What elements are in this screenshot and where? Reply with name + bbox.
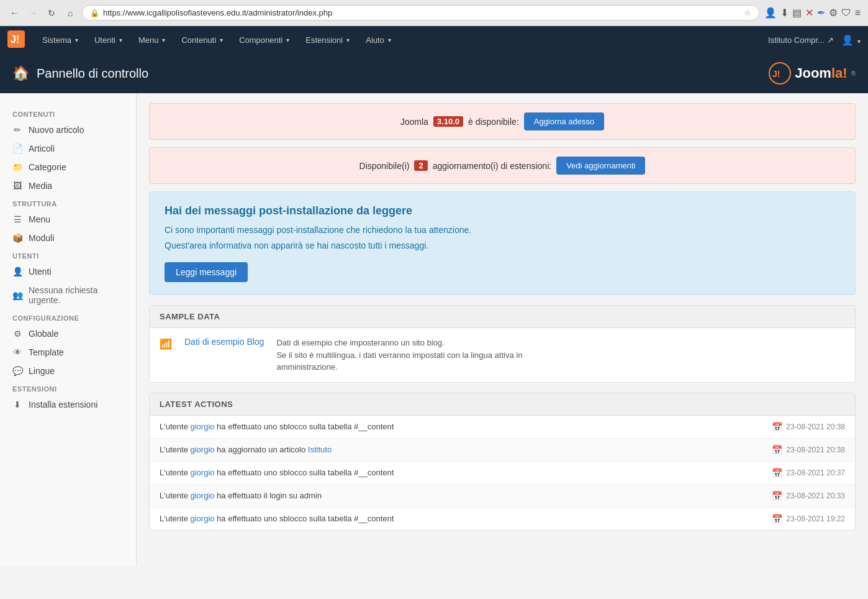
user-check-icon: 👥 [12, 290, 22, 300]
action-date-1: 23-08-2021 20:38 [786, 446, 845, 454]
sample-data-row-blog: 📶 Dati di esempio Blog Dati di esempio c… [150, 328, 855, 382]
sidebar-item-media[interactable]: 🖼 Media [0, 176, 136, 195]
sidebar-label-no-requests: Nessuna richiesta urgente. [29, 285, 124, 305]
action-user-link-1[interactable]: giorgio [190, 445, 214, 454]
sidebar-label-globale: Globale [29, 329, 58, 339]
action-text-1: L'utente giorgio ha aggiornato un artico… [160, 445, 332, 454]
action-date-3: 23-08-2021 20:33 [786, 492, 845, 500]
calendar-icon-4: 📅 [772, 514, 782, 524]
topnav-user-button[interactable]: 👤 ▾ [841, 34, 861, 46]
joomla-text: Joomla! [795, 65, 847, 81]
action-meta-1: 📅 23-08-2021 20:38 [772, 445, 845, 455]
action-row-2: L'utente giorgio ha effettuato uno sbloc… [150, 462, 855, 485]
sidebar-item-nuovo-articolo[interactable]: ✏ Nuovo articolo [0, 121, 136, 139]
joomla-logo[interactable]: J! [7, 30, 25, 50]
sidebar-item-template[interactable]: 👁 Template [0, 343, 136, 362]
sidebar-label-utenti: Utenti [29, 267, 52, 277]
topnav-estensioni[interactable]: Estensioni ▾ [298, 30, 357, 50]
calendar-icon-1: 📅 [772, 445, 782, 455]
main-layout: CONTENUTI ✏ Nuovo articolo 📄 Articoli 📁 … [0, 93, 868, 565]
download-icon[interactable]: ⬇ [780, 7, 789, 19]
sidebar-section-configurazione: CONFIGURAZIONE [0, 309, 136, 324]
alert-update-joomla: Joomla 3.10.0 è disponibile: Aggiorna ad… [149, 103, 856, 140]
action-date-4: 23-08-2021 19:22 [786, 514, 845, 523]
topnav-componenti[interactable]: Componenti ▾ [232, 30, 297, 50]
sample-data-blog-desc: Dati di esempio che imposteranno un sito… [276, 337, 522, 373]
alert-joomla-post: è disponibile: [468, 117, 519, 127]
home-button[interactable]: ⌂ [63, 6, 77, 20]
gear-icon: ⚙ [12, 329, 22, 339]
sample-data-desc-line3: amministrazione. [276, 362, 337, 372]
language-icon: 💬 [12, 366, 22, 376]
topnav-contenuti[interactable]: Contenuti ▾ [174, 30, 230, 50]
sidebar-icon[interactable]: ▤ [792, 7, 802, 19]
lock-icon: 🔒 [90, 9, 99, 17]
eyedropper-icon[interactable]: ✒ [817, 7, 825, 19]
action-row-1: L'utente giorgio ha aggiornato un artico… [150, 439, 855, 462]
sidebar-item-categorie[interactable]: 📁 Categorie [0, 158, 136, 176]
sample-data-content: 📶 Dati di esempio Blog Dati di esempio c… [150, 328, 855, 382]
back-button[interactable]: ← [7, 6, 21, 20]
action-user-link-3[interactable]: giorgio [190, 491, 214, 500]
sidebar-label-nuovo-articolo: Nuovo articolo [29, 125, 84, 135]
sidebar-item-utenti[interactable]: 👤 Utenti [0, 262, 136, 281]
shield-icon[interactable]: 🛡 [841, 7, 851, 19]
sidebar-label-lingue: Lingue [29, 366, 55, 376]
sidebar: CONTENUTI ✏ Nuovo articolo 📄 Articoli 📁 … [0, 93, 137, 565]
sidebar-label-installa: Installa estensioni [29, 400, 97, 409]
topnav-site-link[interactable]: Istituto Compr... ↗ [768, 35, 834, 45]
bookmark-icon[interactable]: ☆ [744, 8, 751, 17]
update-now-button[interactable]: Aggiorna adesso [524, 112, 605, 130]
action-user-link-4[interactable]: giorgio [190, 514, 214, 523]
alert-ext-count-badge: 2 [414, 160, 427, 171]
sidebar-item-globale[interactable]: ⚙ Globale [0, 324, 136, 343]
home-icon: 🏠 [12, 65, 29, 81]
sidebar-section-struttura: STRUTTURA [0, 195, 136, 210]
info-box-line1: Ci sono importanti messaggi post-install… [165, 224, 840, 237]
topnav-sistema[interactable]: Sistema ▾ [35, 30, 86, 50]
action-text-2: L'utente giorgio ha effettuato uno sbloc… [160, 468, 394, 477]
action-user-link-0[interactable]: giorgio [190, 422, 214, 431]
menu-icon[interactable]: ≡ [855, 7, 861, 19]
topnav-utenti[interactable]: Utenti ▾ [87, 30, 130, 50]
info-box-title: Hai dei messaggi post-installazione da l… [165, 204, 840, 217]
sample-data-blog-link[interactable]: Dati di esempio Blog [184, 337, 264, 347]
browser-actions: 👤 ⬇ ▤ ✕ ✒ ⚙ 🛡 ≡ [764, 7, 861, 19]
calendar-icon-3: 📅 [772, 491, 782, 501]
media-icon: 🖼 [12, 181, 22, 191]
edit-icon: ✏ [12, 125, 22, 135]
address-bar[interactable]: 🔒 https://www.icgallipolisofiastevens.ed… [82, 5, 759, 21]
forward-button[interactable]: → [26, 6, 40, 20]
action-date-2: 23-08-2021 20:37 [786, 469, 845, 477]
sidebar-item-lingue[interactable]: 💬 Lingue [0, 362, 136, 380]
action-page-link-1[interactable]: Istituto [308, 445, 332, 454]
sidebar-item-installa[interactable]: ⬇ Installa estensioni [0, 395, 136, 414]
joomla-brand: J! Joomla! ® [769, 62, 856, 85]
sidebar-item-moduli[interactable]: 📦 Moduli [0, 229, 136, 247]
sidebar-item-no-requests: 👥 Nessuna richiesta urgente. [0, 281, 136, 309]
alert-ext-pre: Disponibile(i) [359, 161, 410, 171]
view-updates-button[interactable]: Vedi aggiornamenti [556, 157, 645, 175]
action-row-0: L'utente giorgio ha effettuato uno sbloc… [150, 416, 855, 439]
info-box: Hai dei messaggi post-installazione da l… [149, 191, 856, 295]
settings-icon[interactable]: ⚙ [829, 7, 838, 19]
sidebar-label-articoli: Articoli [29, 144, 55, 153]
sidebar-label-media: Media [29, 181, 52, 191]
alert-ext-post: aggiornamento(i) di estensioni: [433, 161, 551, 171]
topnav-aiuto[interactable]: Aiuto ▾ [358, 30, 399, 50]
close-tab-icon[interactable]: ✕ [805, 7, 813, 19]
read-messages-button[interactable]: Leggi messaggi [165, 262, 248, 282]
topnav-menu[interactable]: Menu ▾ [131, 30, 173, 50]
sidebar-section-utenti: UTENTI [0, 247, 136, 262]
sidebar-section-estensioni: ESTENSIONI [0, 380, 136, 395]
sidebar-item-menu[interactable]: ☰ Menu [0, 210, 136, 229]
calendar-icon-2: 📅 [772, 468, 782, 478]
profile-icon[interactable]: 👤 [764, 7, 777, 19]
topnav-items: Sistema ▾ Utenti ▾ Menu ▾ Contenuti ▾ Co… [35, 30, 768, 50]
action-user-link-2[interactable]: giorgio [190, 468, 214, 477]
sample-data-desc-line2: Se il sito è multilingua, i dati verrann… [276, 350, 522, 360]
reload-button[interactable]: ↻ [45, 6, 58, 20]
sidebar-item-articoli[interactable]: 📄 Articoli [0, 139, 136, 158]
latest-actions-header: LATEST ACTIONS [150, 393, 855, 416]
page-title: Pannello di controllo [37, 66, 148, 81]
